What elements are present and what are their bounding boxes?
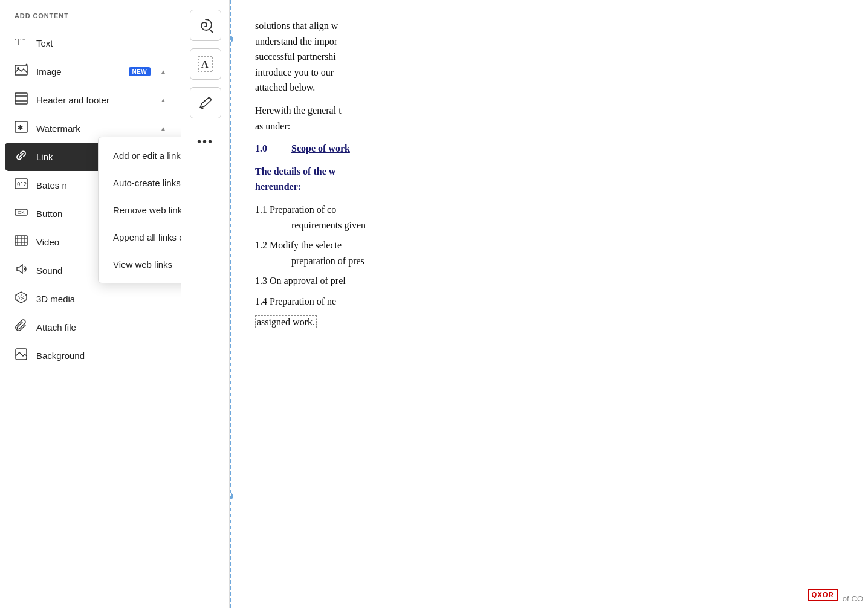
3d-media-icon xyxy=(15,291,28,307)
sidebar: ADD CONTENT T + Text Image NEW ▲ xyxy=(0,0,181,608)
sidebar-title: ADD CONTENT xyxy=(0,12,181,29)
sidebar-item-image[interactable]: Image NEW ▲ xyxy=(0,57,181,86)
attach-file-icon xyxy=(15,319,28,335)
header-footer-icon xyxy=(15,92,28,108)
link-container: Link ▲ Add or edit a link Auto-create li… xyxy=(0,143,181,171)
watermark-text: QXOR xyxy=(808,589,838,601)
dropdown-item-append-links[interactable]: Append all links on page xyxy=(99,224,181,251)
section-number: 1.0 xyxy=(255,141,279,157)
bates-icon: 012 xyxy=(15,177,28,193)
link-icon xyxy=(15,149,28,165)
section-row-1: 1.0 Scope of work xyxy=(255,141,844,157)
svg-text:✱: ✱ xyxy=(18,124,23,131)
text-icon: T + xyxy=(15,35,28,51)
dropdown-item-view-links[interactable]: View web links xyxy=(99,251,181,278)
sidebar-item-3d-media-label: 3D media xyxy=(36,294,166,304)
sidebar-item-attach-file-label: Attach file xyxy=(36,322,166,332)
auto-create-label: Auto-create links from URLs xyxy=(113,178,181,188)
sidebar-item-header-footer[interactable]: Header and footer ▲ xyxy=(0,86,181,114)
section-heading: Scope of work xyxy=(291,141,350,157)
remove-links-label: Remove web links xyxy=(113,205,181,215)
svg-line-29 xyxy=(200,108,203,109)
doc-bold-heading: The details of the w hereunder: xyxy=(255,164,844,195)
draw-tool-button[interactable] xyxy=(190,87,221,118)
svg-text:012: 012 xyxy=(17,181,27,187)
doc-para-1: solutions that align w understand the im… xyxy=(255,18,844,95)
blue-dot-bottom xyxy=(230,493,233,499)
video-icon xyxy=(15,234,28,250)
blue-dot-top xyxy=(230,36,233,42)
page-indicator: of CO xyxy=(843,594,863,603)
doc-para-2: Herewith the general t as under: xyxy=(255,103,844,134)
doc-highlighted-text: assigned work. xyxy=(255,314,844,330)
document-page: solutions that align w understand the im… xyxy=(230,0,868,608)
document-area: solutions that align w understand the im… xyxy=(230,0,868,608)
svg-text:A: A xyxy=(201,59,209,70)
sidebar-item-background[interactable]: Background xyxy=(0,341,181,370)
sidebar-item-text-label: Text xyxy=(36,38,166,48)
doc-list-item-3: 1.3 On approval of prel xyxy=(255,273,844,289)
watermark-icon: ✱ xyxy=(15,120,28,137)
toolbar-panel: A ••• xyxy=(181,0,230,608)
sidebar-item-background-label: Background xyxy=(36,351,166,361)
page-of-text: of xyxy=(843,594,849,603)
header-footer-dropdown-arrow: ▲ xyxy=(160,97,166,103)
image-dropdown-arrow: ▲ xyxy=(160,68,166,75)
more-tools-button[interactable]: ••• xyxy=(190,126,221,157)
svg-text:+: + xyxy=(22,36,25,42)
sidebar-item-watermark-label: Watermark xyxy=(36,123,151,134)
doc-list-item-1: 1.1 Preparation of co requirements given xyxy=(255,202,844,233)
sidebar-item-text[interactable]: T + Text xyxy=(0,29,181,57)
add-edit-link-label: Add or edit a link xyxy=(113,150,181,161)
sidebar-item-3d-media[interactable]: 3D media xyxy=(0,285,181,313)
dropdown-item-auto-create[interactable]: Auto-create links from URLs xyxy=(99,169,181,196)
highlighted-box: assigned work. xyxy=(255,315,317,328)
sidebar-item-image-label: Image xyxy=(36,66,120,77)
svg-text:T: T xyxy=(15,37,21,47)
svg-rect-4 xyxy=(15,93,27,104)
link-dropdown-menu: Add or edit a link Auto-create links fro… xyxy=(98,137,181,283)
sidebar-item-attach-file[interactable]: Attach file xyxy=(0,313,181,341)
append-links-label: Append all links on page xyxy=(113,232,181,242)
svg-point-3 xyxy=(17,67,19,70)
dropdown-item-remove-links[interactable]: Remove web links xyxy=(99,196,181,224)
view-links-label: View web links xyxy=(113,259,172,270)
page-co-text: CO xyxy=(852,594,864,603)
document-text: solutions that align w understand the im… xyxy=(255,18,844,329)
doc-list-item-2-indent: preparation of pres xyxy=(291,256,364,266)
new-badge: NEW xyxy=(129,67,151,76)
doc-list-item-1-indent: requirements given xyxy=(291,220,366,230)
spiral-tool-button[interactable] xyxy=(190,10,221,41)
text-field-tool-button[interactable]: A xyxy=(190,48,221,80)
sound-icon xyxy=(15,262,28,279)
dropdown-item-add-edit-link[interactable]: Add or edit a link xyxy=(99,142,181,169)
watermark-logo: QXOR xyxy=(808,589,838,601)
sidebar-item-header-footer-label: Header and footer xyxy=(36,95,151,105)
doc-list-item-4: 1.4 Preparation of ne xyxy=(255,294,844,309)
watermark-dropdown-arrow: ▲ xyxy=(160,125,166,132)
button-icon: OK xyxy=(15,205,28,222)
svg-text:OK: OK xyxy=(18,210,25,215)
svg-marker-21 xyxy=(17,265,22,273)
image-icon xyxy=(15,63,28,80)
more-dots-icon: ••• xyxy=(197,135,213,149)
background-icon xyxy=(15,348,28,364)
doc-list-item-2: 1.2 Modify the selecte preparation of pr… xyxy=(255,238,844,268)
